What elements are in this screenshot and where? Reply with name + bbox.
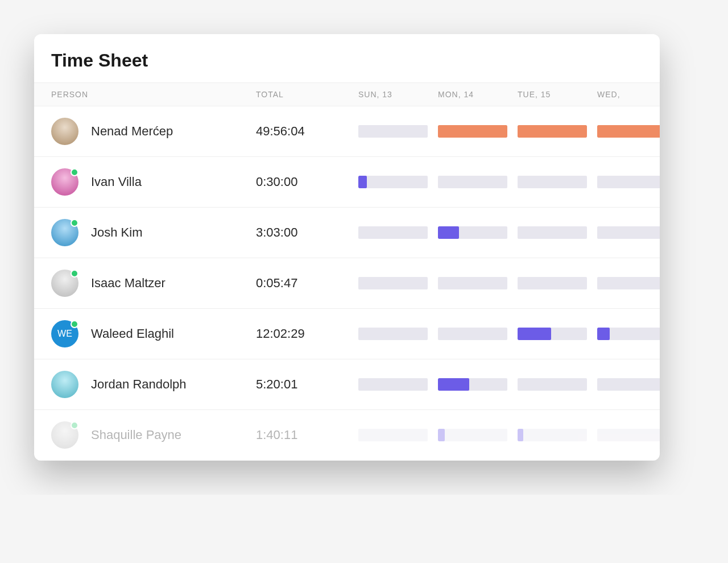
person-name: Ivan Villa [91,175,142,189]
time-bar [518,429,587,441]
avatar[interactable] [51,219,78,246]
person-name: Waleed Elaghil [91,326,174,341]
time-bar [518,277,587,289]
day-cell[interactable] [518,125,597,138]
day-cell[interactable] [438,277,518,289]
time-bar-fill [597,125,660,138]
person-name: Jordan Randolph [91,377,187,392]
table-row[interactable]: Isaac Maltzer0:05:47 [34,258,660,309]
day-cell[interactable] [597,125,660,138]
day-cell[interactable] [518,226,597,239]
avatar[interactable] [51,168,78,196]
table-header: PERSON TOTAL SUN, 13 MON, 14 TUE, 15 WED… [34,82,660,106]
person-cell: Ivan Villa [51,168,256,196]
day-cell[interactable] [438,226,518,239]
time-bar-fill [438,378,469,391]
time-bar [438,125,507,138]
table-row[interactable]: Ivan Villa0:30:00 [34,157,660,208]
total-time: 5:20:01 [256,377,358,392]
online-indicator-icon [71,168,78,176]
avatar[interactable] [51,270,78,297]
day-cell[interactable] [438,429,518,441]
time-bar [358,328,428,340]
person-cell: Nenad Merćep [51,118,256,145]
day-cell[interactable] [438,125,518,138]
time-bar [518,125,587,138]
day-cell[interactable] [358,328,438,340]
online-indicator-icon [71,270,78,278]
day-cell[interactable] [597,378,660,391]
header-day-1[interactable]: MON, 14 [438,90,518,99]
day-cell[interactable] [358,176,438,188]
person-name: Shaquille Payne [91,428,181,442]
table-body: Nenad Merćep49:56:04Ivan Villa0:30:00Jos… [34,106,660,461]
day-cell[interactable] [438,378,518,391]
time-bar-fill [518,328,551,340]
online-indicator-icon [71,421,78,429]
time-bar [358,277,428,289]
avatar[interactable]: WE [51,320,78,347]
header-total[interactable]: TOTAL [256,90,358,99]
day-cell[interactable] [518,176,597,188]
day-cell[interactable] [518,328,597,340]
person-cell: Isaac Maltzer [51,270,256,297]
day-cell[interactable] [597,328,660,340]
time-bar [518,226,587,239]
time-bar [597,125,660,138]
day-cell[interactable] [518,378,597,391]
table-row[interactable]: WEWaleed Elaghil12:02:29 [34,309,660,359]
online-indicator-icon [71,320,78,328]
time-bar-fill [518,429,523,441]
table-row[interactable]: Jordan Randolph5:20:01 [34,359,660,410]
header-day-2[interactable]: TUE, 15 [518,90,597,99]
header-day-3[interactable]: WED, [597,90,660,99]
table-row[interactable]: Nenad Merćep49:56:04 [34,106,660,157]
day-cell[interactable] [597,429,660,441]
day-cell[interactable] [358,429,438,441]
person-name: Josh Kim [91,225,142,240]
avatar[interactable] [51,371,78,398]
timesheet-card: Time Sheet PERSON TOTAL SUN, 13 MON, 14 … [34,34,660,461]
person-name: Nenad Merćep [91,124,173,139]
day-cell[interactable] [597,277,660,289]
avatar[interactable] [51,118,78,145]
table-row[interactable]: Shaquille Payne1:40:11 [34,410,660,461]
day-cell[interactable] [438,176,518,188]
person-name: Isaac Maltzer [91,276,166,291]
time-bar [358,226,428,239]
header-day-0[interactable]: SUN, 13 [358,90,438,99]
time-bar [597,328,660,340]
time-bar [597,277,660,289]
day-cell[interactable] [358,277,438,289]
time-bar-fill [518,125,587,138]
time-bar [438,176,507,188]
table-row[interactable]: Josh Kim3:03:00 [34,208,660,258]
time-bar-fill [438,429,445,441]
time-bar [358,125,428,138]
time-bar-fill [358,176,367,188]
time-bar [438,328,507,340]
day-cell[interactable] [597,226,660,239]
time-bar [597,226,660,239]
day-cell[interactable] [358,226,438,239]
time-bar [438,429,507,441]
time-bar-fill [438,226,459,239]
avatar[interactable] [51,421,78,449]
time-bar [597,429,660,441]
total-time: 49:56:04 [256,124,358,139]
avatar-photo [51,371,78,398]
time-bar [358,429,428,441]
online-indicator-icon [71,219,78,227]
day-cell[interactable] [518,277,597,289]
day-cell[interactable] [358,125,438,138]
header-person[interactable]: PERSON [51,90,256,99]
day-cell[interactable] [597,176,660,188]
time-bar [518,176,587,188]
total-time: 1:40:11 [256,428,358,442]
day-cell[interactable] [358,378,438,391]
time-bar-fill [597,328,610,340]
total-time: 3:03:00 [256,225,358,240]
day-cell[interactable] [438,328,518,340]
person-cell: Josh Kim [51,219,256,246]
day-cell[interactable] [518,429,597,441]
